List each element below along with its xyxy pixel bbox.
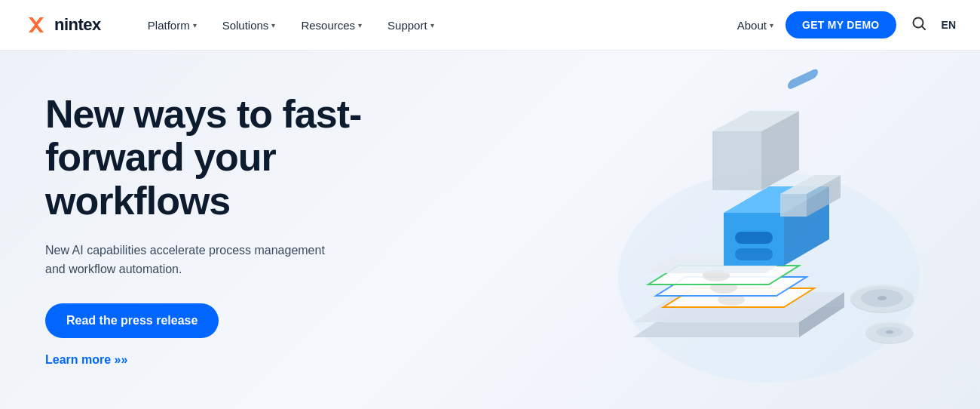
nav-platform[interactable]: Platform ▾ bbox=[137, 13, 207, 38]
hero-illustration bbox=[482, 66, 950, 405]
press-release-button[interactable]: Read the press release bbox=[45, 303, 219, 338]
svg-line-2 bbox=[922, 26, 925, 29]
platform-label: Platform bbox=[148, 19, 190, 32]
nav-support[interactable]: Support ▾ bbox=[377, 13, 445, 38]
hero-subtitle: New AI capabilities accelerate process m… bbox=[45, 241, 332, 279]
learn-more-link[interactable]: Learn more »» bbox=[45, 353, 422, 367]
hero-section: New ways to fast-forward your workflows … bbox=[0, 51, 980, 409]
workflow-illustration bbox=[482, 66, 950, 405]
logo-link[interactable]: nintex bbox=[24, 13, 101, 37]
logo-text: nintex bbox=[54, 15, 101, 35]
resources-label: Resources bbox=[301, 19, 355, 32]
hero-content: New ways to fast-forward your workflows … bbox=[45, 93, 422, 367]
nav-about[interactable]: About ▾ bbox=[737, 19, 773, 32]
solutions-chevron-icon: ▾ bbox=[271, 21, 275, 29]
nav-right: About ▾ GET MY DEMO EN bbox=[737, 11, 956, 38]
svg-point-13 bbox=[877, 296, 887, 300]
svg-rect-8 bbox=[735, 248, 773, 260]
nav-resources[interactable]: Resources ▾ bbox=[290, 13, 372, 38]
svg-rect-7 bbox=[735, 232, 773, 244]
svg-point-17 bbox=[886, 331, 893, 334]
nav-solutions[interactable]: Solutions ▾ bbox=[212, 13, 286, 38]
support-chevron-icon: ▾ bbox=[430, 21, 434, 29]
main-nav: nintex Platform ▾ Solutions ▾ Resources … bbox=[0, 0, 980, 51]
solutions-label: Solutions bbox=[222, 19, 269, 32]
about-label: About bbox=[737, 19, 767, 32]
demo-button[interactable]: GET MY DEMO bbox=[786, 11, 896, 38]
about-chevron-icon: ▾ bbox=[770, 21, 773, 29]
language-selector[interactable]: EN bbox=[942, 19, 956, 31]
search-icon[interactable] bbox=[908, 13, 929, 38]
platform-chevron-icon: ▾ bbox=[193, 21, 197, 29]
support-label: Support bbox=[387, 19, 427, 32]
resources-chevron-icon: ▾ bbox=[358, 21, 362, 29]
svg-rect-9 bbox=[788, 67, 818, 91]
nav-links: Platform ▾ Solutions ▾ Resources ▾ Suppo… bbox=[137, 13, 737, 38]
hero-title: New ways to fast-forward your workflows bbox=[45, 93, 422, 223]
logo-icon bbox=[24, 13, 48, 37]
